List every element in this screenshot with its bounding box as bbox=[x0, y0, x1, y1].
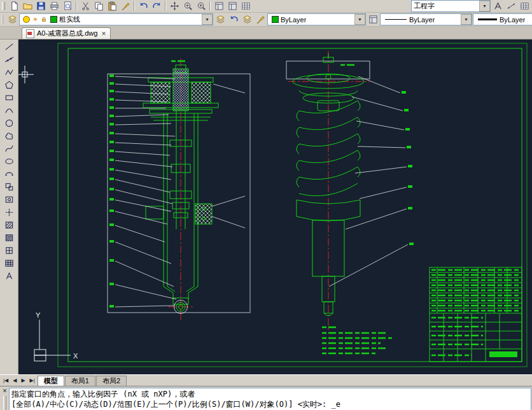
dimension-icon bbox=[507, 1, 516, 11]
open-button[interactable] bbox=[21, 1, 34, 11]
table-style-button[interactable] bbox=[518, 1, 531, 11]
tool-palettes-button[interactable] bbox=[239, 1, 252, 11]
next-tab-button[interactable]: ▶ bbox=[19, 376, 27, 385]
make-object-layer-current-button[interactable] bbox=[214, 14, 227, 25]
pan-button[interactable] bbox=[168, 1, 181, 11]
designcenter-button[interactable] bbox=[226, 1, 239, 11]
document-tab[interactable]: A0-减震器总成.dwg ✕ bbox=[22, 27, 111, 39]
right-view-item-numbers bbox=[402, 91, 414, 245]
designcenter-icon bbox=[228, 1, 237, 11]
document-tab-label: A0-减震器总成.dwg bbox=[37, 29, 97, 38]
ellipse-button[interactable] bbox=[1, 155, 17, 167]
command-line-area[interactable]: 指定窗口的角点，输入比例因子 (nX 或 nXP)，或者 [全部(A)/中心(C… bbox=[9, 388, 531, 410]
plot-preview-button[interactable] bbox=[61, 1, 74, 11]
ellipse-arc-button[interactable] bbox=[1, 167, 17, 180]
tool-palettes-icon bbox=[241, 1, 251, 11]
tab-layout2[interactable]: 布局2 bbox=[96, 376, 127, 386]
dimension-style-button[interactable] bbox=[505, 1, 517, 11]
polygon-button[interactable] bbox=[1, 78, 17, 91]
match-properties-button[interactable] bbox=[119, 1, 132, 11]
magnifier-window-icon bbox=[197, 1, 206, 11]
toolbar-separator bbox=[76, 1, 77, 11]
zoom-window-button[interactable] bbox=[195, 1, 207, 11]
properties-button[interactable] bbox=[213, 1, 225, 11]
layer-on-bulb-icon[interactable] bbox=[23, 16, 30, 23]
model-space-canvas[interactable]: Y X bbox=[18, 39, 532, 374]
layer-name-value: 粗实线 bbox=[59, 15, 80, 24]
layer-tools-button[interactable] bbox=[254, 14, 267, 25]
layer-thaw-sun-icon[interactable]: ☀ bbox=[32, 16, 38, 23]
drawing-number-cell bbox=[489, 351, 517, 357]
previous-tab-button[interactable]: ◀ bbox=[11, 376, 18, 385]
rectangle-button[interactable] bbox=[1, 91, 17, 104]
region-button[interactable] bbox=[1, 244, 17, 257]
last-tab-button[interactable]: ▶| bbox=[28, 376, 37, 385]
save-button[interactable] bbox=[34, 1, 47, 11]
open-folder-icon bbox=[23, 1, 32, 11]
linetype-icon bbox=[368, 15, 378, 24]
qnew-button[interactable] bbox=[8, 1, 20, 11]
gradient-button[interactable] bbox=[1, 231, 17, 244]
toolbar-grip[interactable] bbox=[2, 2, 5, 10]
color-control-combo[interactable]: ByLayer ▼ bbox=[267, 13, 366, 25]
text-style-manager-button[interactable] bbox=[491, 1, 504, 11]
autocad-window: 工程字 ▼ ☀ 粗实线 ▼ ByLayer ▼ ByLayer bbox=[0, 0, 532, 410]
hatch-button[interactable] bbox=[1, 218, 17, 231]
layer-color-swatch[interactable] bbox=[50, 16, 57, 23]
point-button[interactable] bbox=[1, 206, 17, 218]
ucs-x-label: X bbox=[73, 352, 78, 360]
command-window-grip[interactable] bbox=[3, 396, 6, 410]
tab-model[interactable]: 模型 bbox=[38, 376, 64, 386]
close-icon[interactable]: ✕ bbox=[101, 31, 106, 37]
table-icon bbox=[4, 258, 14, 268]
first-tab-button[interactable]: |◀ bbox=[1, 376, 10, 385]
multiline-text-button[interactable] bbox=[1, 269, 17, 282]
zoom-realtime-button[interactable] bbox=[181, 1, 194, 11]
layers-properties-toolbar: ☀ 粗实线 ▼ ByLayer ▼ ByLayer ▼ ByLayer ▼ bbox=[0, 13, 532, 27]
undo-button[interactable] bbox=[137, 1, 150, 11]
rectangle-icon bbox=[4, 93, 14, 102]
copy-button[interactable] bbox=[92, 1, 105, 11]
spline-button[interactable] bbox=[1, 142, 17, 155]
chevron-down-icon[interactable]: ▼ bbox=[461, 14, 472, 25]
paste-button[interactable] bbox=[106, 1, 118, 11]
redo-button[interactable] bbox=[150, 1, 163, 11]
layer-current-icon bbox=[216, 15, 225, 24]
magnifier-icon bbox=[183, 1, 193, 11]
make-block-icon bbox=[4, 195, 14, 204]
pan-icon bbox=[170, 1, 179, 11]
command-window-gutter: ✕ bbox=[1, 388, 9, 410]
arc-button[interactable] bbox=[1, 104, 17, 117]
layer-states-button[interactable] bbox=[241, 14, 253, 25]
tab-layout1[interactable]: 布局1 bbox=[65, 376, 95, 386]
layer-combo[interactable]: ☀ 粗实线 ▼ bbox=[19, 13, 213, 25]
polyline-button[interactable] bbox=[1, 66, 17, 78]
insert-block-icon bbox=[4, 182, 14, 192]
chevron-down-icon[interactable]: ▼ bbox=[479, 1, 490, 11]
insert-block-button[interactable] bbox=[1, 180, 17, 193]
make-block-button[interactable] bbox=[1, 193, 17, 206]
line-button[interactable] bbox=[1, 40, 17, 53]
right-view-leaders bbox=[329, 76, 408, 286]
ellipse-arc-icon bbox=[4, 169, 14, 179]
plot-button[interactable] bbox=[48, 1, 60, 11]
table-button[interactable] bbox=[1, 257, 17, 269]
text-style-combo[interactable]: 工程字 ▼ bbox=[411, 0, 491, 12]
close-icon[interactable]: ✕ bbox=[3, 388, 8, 394]
chevron-down-icon[interactable]: ▼ bbox=[354, 14, 365, 25]
layer-previous-button[interactable] bbox=[227, 14, 240, 25]
cut-button[interactable] bbox=[79, 1, 92, 11]
toolbar-grip[interactable] bbox=[2, 15, 3, 24]
linetype-control-combo[interactable]: ByLayer ▼ bbox=[380, 13, 472, 25]
linetype-manager-button[interactable] bbox=[367, 14, 379, 25]
lineweight-control-combo[interactable]: ByLayer ▼ bbox=[473, 13, 532, 25]
revision-cloud-button[interactable] bbox=[1, 129, 17, 142]
redo-arrow-icon bbox=[152, 1, 162, 11]
left-view-item-numbers bbox=[109, 74, 114, 308]
construction-line-button[interactable] bbox=[1, 53, 17, 66]
chevron-down-icon[interactable]: ▼ bbox=[202, 14, 213, 25]
layer-lock-icon[interactable] bbox=[41, 16, 47, 23]
polyline-icon bbox=[4, 67, 14, 77]
circle-button[interactable] bbox=[1, 117, 17, 129]
layer-properties-button[interactable] bbox=[6, 14, 18, 25]
